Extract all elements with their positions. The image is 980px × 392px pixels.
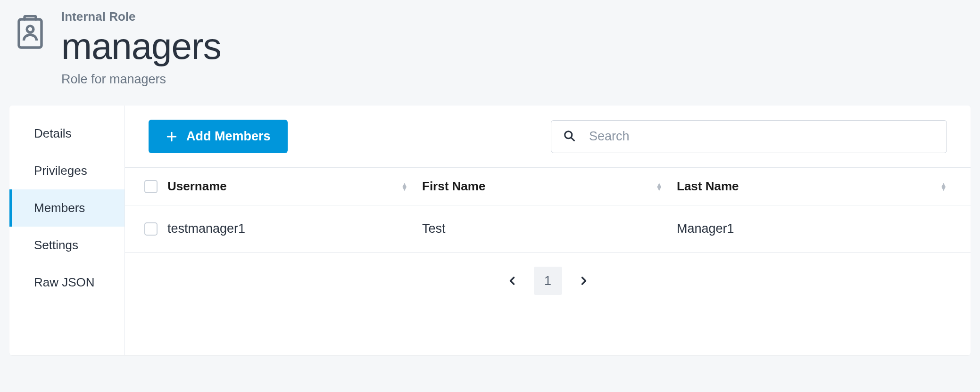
search-input[interactable]: [589, 129, 935, 144]
content-panel: Details Privileges Members Settings Raw …: [9, 106, 971, 355]
pagination: 1: [125, 253, 971, 309]
sidebar-item-label: Details: [34, 126, 71, 140]
sidebar: Details Privileges Members Settings Raw …: [9, 106, 125, 355]
role-icon: [13, 15, 47, 49]
sidebar-item-label: Settings: [34, 238, 78, 252]
cell-lastname: Manager1: [677, 221, 734, 236]
add-members-button[interactable]: Add Members: [149, 120, 288, 153]
pagination-prev-button[interactable]: [498, 267, 526, 295]
header-label: Internal Role: [61, 9, 221, 24]
toolbar: Add Members: [125, 106, 971, 167]
svg-line-5: [571, 137, 574, 140]
select-all-checkbox[interactable]: [144, 180, 158, 193]
sidebar-item-label: Members: [34, 201, 85, 215]
column-header-username[interactable]: Username ▲▼: [167, 179, 422, 194]
sidebar-item-settings[interactable]: Settings: [9, 227, 125, 264]
members-table: Username ▲▼ First Name ▲▼ Last Name: [125, 167, 971, 253]
page-header: Internal Role managers Role for managers: [9, 9, 971, 87]
add-members-label: Add Members: [186, 129, 271, 144]
search-box[interactable]: [551, 120, 947, 153]
sidebar-item-privileges[interactable]: Privileges: [9, 152, 125, 189]
column-label: First Name: [422, 179, 485, 194]
column-label: Username: [167, 179, 227, 194]
page-title: managers: [61, 28, 221, 65]
pagination-page-number[interactable]: 1: [534, 267, 562, 295]
column-header-firstname[interactable]: First Name ▲▼: [422, 179, 677, 194]
column-label: Last Name: [677, 179, 739, 194]
sidebar-item-details[interactable]: Details: [9, 115, 125, 152]
sort-icon: ▲▼: [940, 183, 947, 190]
sort-icon: ▲▼: [656, 183, 663, 190]
sidebar-item-label: Raw JSON: [34, 275, 95, 289]
plus-icon: [166, 131, 178, 143]
table-row[interactable]: testmanager1 Test Manager1: [125, 205, 971, 253]
row-checkbox[interactable]: [144, 222, 158, 236]
search-icon: [563, 129, 576, 144]
content-area: Add Members: [125, 106, 971, 355]
cell-username: testmanager1: [167, 221, 245, 236]
table-header: Username ▲▼ First Name ▲▼ Last Name: [125, 168, 971, 205]
pagination-next-button[interactable]: [570, 267, 598, 295]
svg-point-1: [27, 26, 33, 33]
column-header-lastname[interactable]: Last Name ▲▼: [677, 179, 961, 194]
sidebar-item-label: Privileges: [34, 163, 87, 178]
sidebar-item-members[interactable]: Members: [9, 189, 125, 227]
page-subtitle: Role for managers: [61, 72, 221, 87]
sort-icon: ▲▼: [401, 183, 408, 190]
sidebar-item-raw-json[interactable]: Raw JSON: [9, 264, 125, 301]
cell-firstname: Test: [422, 221, 446, 236]
